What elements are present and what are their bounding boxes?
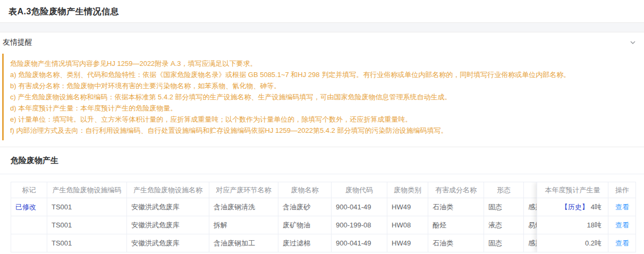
col-header-facility-name: 产生危险废物设施名称: [127, 182, 209, 198]
col-header-actions: 操作: [608, 182, 636, 198]
notice-line: b) 有害成分名称：危险废物中对环境有害的主要污染物名称，如苯系物、氰化物、砷等…: [10, 80, 632, 91]
cell-form: 固态: [484, 198, 524, 216]
col-header-mark: 标记: [11, 182, 47, 198]
col-header-form: 形态: [484, 182, 524, 198]
cell-facility-code: TS001: [47, 198, 127, 216]
notice-line: c) 产生危险废物设施名称和编码：依据本标准第 5.4.2 部分填写的生产设施名…: [10, 91, 632, 103]
cell-yearly-qty: 18吨: [537, 216, 608, 234]
reminder-notice-box: 危险废物产生情况填写内容参见HJ 1259—2022附录 A.3，填写应满足以下…: [2, 54, 639, 140]
cell-waste-class: HW49: [387, 234, 428, 252]
cell-facility-code: TS001: [47, 216, 127, 234]
notice-line: d) 本年度预计产生量：本年度预计产生的危险废物量。: [10, 103, 632, 114]
qty-value: 18吨: [587, 221, 601, 230]
fixed-header-row: 本年度预计产生量 操作: [537, 182, 636, 198]
qty-value: 4吨: [591, 202, 601, 212]
view-link[interactable]: 查看: [615, 202, 629, 212]
cell-waste-code: 900-199-08: [332, 216, 387, 234]
cell-facility-name: 安徽洪武危废库: [127, 198, 209, 216]
cell-facility-name: 安徽洪武危废库: [127, 234, 209, 252]
fixed-right-columns: 本年度预计产生量 操作 【历史】 4吨 查看 18吨 查看: [537, 182, 635, 252]
view-link[interactable]: 查看: [615, 221, 629, 230]
col-header-waste-class: 废物类别: [387, 182, 428, 198]
col-header-waste-code: 废物代码: [332, 182, 387, 198]
notice-line: a) 危险废物名称、类别、代码和危险特性：依据《国家危险废物名录》或根据 GB …: [10, 69, 632, 80]
cell-waste-code: 900-041-49: [332, 198, 387, 216]
cell-stage: 含油废钢清洗: [209, 198, 278, 216]
cell-harmful: 酚烃: [428, 216, 484, 234]
cell-form: 液态: [484, 216, 524, 234]
fixed-row: 【历史】 4吨 查看: [537, 198, 636, 216]
fixed-row: 0.2吨 查看: [537, 234, 636, 252]
fixed-row: 18吨 查看: [537, 216, 636, 234]
section-gap: [0, 23, 644, 32]
cell-form: 固态: [484, 234, 524, 252]
notice-line: e) 计量单位：填写吨。以升、立方米等体积计量的，应折算成重量吨；以个数作为计量…: [10, 114, 632, 125]
section-title: 危险废物产生: [0, 147, 644, 174]
reminder-collapse-header[interactable]: 友情提醒: [0, 32, 644, 53]
col-header-facility-code: 产生危险废物设施编码: [47, 182, 127, 198]
cell-waste-class: HW49: [387, 198, 428, 216]
cell-harmful: 石油类: [428, 198, 484, 216]
cell-waste-code: 900-041-49: [332, 234, 387, 252]
notice-line: f) 内部治理方式及去向：自行利用设施编码、自行处置设施编码和贮存设施编码依据H…: [10, 125, 632, 136]
cell-stage: 拆解: [209, 216, 278, 234]
reminder-title: 友情提醒: [3, 38, 32, 47]
view-link[interactable]: 查看: [615, 239, 629, 248]
cell-waste-class: HW08: [387, 216, 428, 234]
page-title: 表A.3危险废物产生情况信息: [9, 6, 635, 18]
chevron-down-icon[interactable]: [629, 39, 637, 46]
cell-facility-name: 安徽洪武危废库: [127, 216, 209, 234]
cell-facility-code: TS001: [47, 234, 127, 252]
cell-waste-name: 含油废砂: [278, 198, 332, 216]
cell-yearly-qty: 【历史】 4吨: [537, 198, 608, 216]
qty-value: 0.2吨: [585, 239, 601, 248]
modified-badge: 已修改: [15, 202, 36, 212]
waste-table: 标记 产生危险废物设施编码 产生危险废物设施名称 对应产废环节名称 废物名称 废…: [11, 182, 636, 252]
notice-line: 危险废物产生情况填写内容参见HJ 1259—2022附录 A.3，填写应满足以下…: [10, 58, 632, 69]
cell-harmful: 石油类: [428, 234, 484, 252]
col-header-harmful: 有害成分名称: [428, 182, 484, 198]
cell-stage: 含油废钢加工: [209, 234, 278, 252]
history-tag: 【历史】: [561, 202, 589, 212]
cell-waste-name: 废矿物油: [278, 216, 332, 234]
col-header-stage: 对应产废环节名称: [209, 182, 278, 198]
divider: [0, 174, 644, 174]
col-header-yearly-qty: 本年度预计产生量: [537, 182, 608, 198]
cell-waste-name: 废过滤棉: [278, 234, 332, 252]
title-bar: 表A.3危险废物产生情况信息: [0, 0, 644, 23]
col-header-waste-name: 废物名称: [278, 182, 332, 198]
page: 表A.3危险废物产生情况信息 友情提醒 危险废物产生情况填写内容参见HJ 125…: [0, 0, 644, 254]
cell-yearly-qty: 0.2吨: [537, 234, 608, 252]
